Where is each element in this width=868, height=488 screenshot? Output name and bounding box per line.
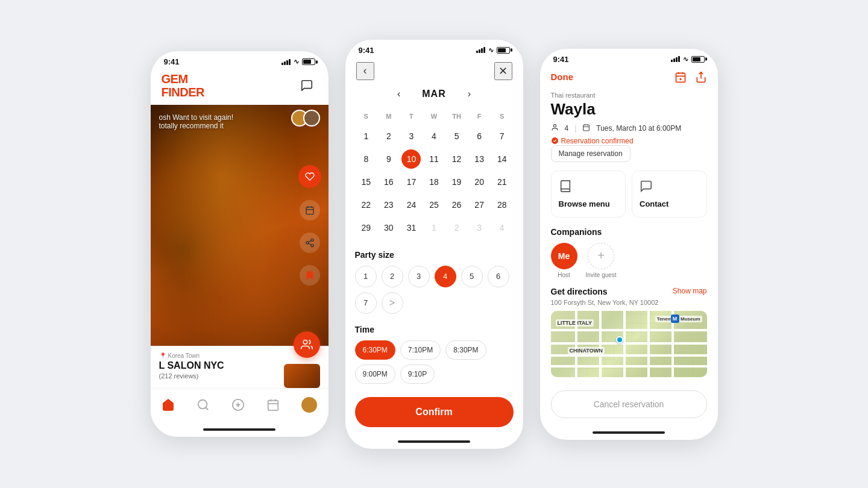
- cal-cell-20[interactable]: 20: [468, 170, 491, 193]
- party-btn-more[interactable]: >: [382, 292, 403, 314]
- cal-cell-10-today[interactable]: 10: [400, 148, 423, 170]
- cal-cell-next-2[interactable]: 2: [445, 216, 468, 239]
- party-btn-2[interactable]: 2: [382, 266, 403, 287]
- signal-icon-2: [476, 47, 485, 53]
- cal-cell-13[interactable]: 13: [468, 148, 491, 170]
- chat-button[interactable]: [296, 75, 318, 96]
- time-btn-630[interactable]: 6:30PM: [355, 340, 395, 360]
- nav-home[interactable]: [156, 396, 181, 414]
- time-btn-710[interactable]: 7:10PM: [400, 340, 441, 360]
- cal-cell-next-4[interactable]: 4: [491, 216, 514, 239]
- like-button[interactable]: [298, 165, 321, 188]
- cal-cell-19[interactable]: 19: [445, 170, 468, 193]
- cal-cell-15[interactable]: 15: [355, 170, 378, 193]
- cal-cell-4[interactable]: 4: [423, 125, 445, 148]
- share-button-3[interactable]: [695, 71, 707, 83]
- wifi-icon-3: ∿: [683, 55, 688, 63]
- time-btn-910[interactable]: 9:10P: [400, 364, 435, 384]
- cancel-reservation-button[interactable]: Cancel reservation: [551, 390, 707, 418]
- phone3-header: Done: [540, 66, 718, 88]
- signal-icon-3: [671, 56, 680, 62]
- cal-cell-9[interactable]: 9: [377, 148, 400, 170]
- contact-card[interactable]: Contact: [632, 170, 707, 217]
- cal-cell-5[interactable]: 5: [445, 125, 468, 148]
- cal-cell-25[interactable]: 25: [423, 193, 445, 216]
- cal-cell-6[interactable]: 6: [468, 125, 491, 148]
- browse-menu-card[interactable]: Browse menu: [551, 170, 626, 217]
- cal-cell-18[interactable]: 18: [423, 170, 445, 193]
- back-button[interactable]: ‹: [356, 62, 374, 80]
- group-fab-button[interactable]: [294, 331, 320, 358]
- add-calendar-button[interactable]: [675, 71, 687, 83]
- cal-cell-next-3[interactable]: 3: [468, 216, 491, 239]
- cal-cell-14[interactable]: 14: [491, 148, 514, 170]
- cal-cell-22[interactable]: 22: [355, 193, 378, 216]
- svg-rect-19: [676, 73, 685, 82]
- map-preview[interactable]: LITTLE ITALY CHINATOWN Tenement Museum M: [551, 311, 707, 377]
- me-avatar: Me: [551, 243, 577, 269]
- confirm-button[interactable]: Confirm: [355, 397, 514, 427]
- nav-add[interactable]: [225, 396, 251, 414]
- cal-cell-30[interactable]: 30: [377, 216, 400, 239]
- cal-cell-26[interactable]: 26: [445, 193, 468, 216]
- directions-section: Get directions Show map 100 Forsyth St, …: [551, 287, 707, 377]
- confirmed-text: Reservation confirmed: [561, 137, 634, 145]
- location-label: 📍 Korea Town: [159, 352, 320, 359]
- nav-calendar[interactable]: [260, 396, 286, 414]
- cal-cell-3[interactable]: 3: [400, 125, 423, 148]
- cal-cell-8[interactable]: 8: [355, 148, 378, 170]
- companion-invite[interactable]: + Invite guest: [586, 243, 617, 278]
- party-btn-4[interactable]: 4: [435, 266, 456, 287]
- profile-avatar: [301, 397, 317, 413]
- cal-cell-27[interactable]: 27: [468, 193, 491, 216]
- cal-cell-17[interactable]: 17: [400, 170, 423, 193]
- party-btn-5[interactable]: 5: [461, 266, 483, 287]
- party-btn-1[interactable]: 1: [355, 266, 377, 287]
- companions-title: Companions: [551, 227, 707, 237]
- prev-month-button[interactable]: ‹: [392, 86, 405, 102]
- show-map-button[interactable]: Show map: [673, 287, 707, 295]
- day-header-sat: S: [491, 110, 514, 125]
- share-button[interactable]: [300, 233, 320, 253]
- cal-cell-2[interactable]: 2: [377, 125, 400, 148]
- cal-cell-29[interactable]: 29: [355, 216, 378, 239]
- reservation-date: Tues, March 10 at 6:00PM: [596, 124, 681, 133]
- nav-profile[interactable]: [295, 395, 323, 415]
- cal-cell-1[interactable]: 1: [355, 125, 378, 148]
- wifi-icon-2: ∿: [488, 46, 494, 54]
- time-display-2: 9:41: [359, 46, 374, 55]
- cal-cell-12[interactable]: 12: [445, 148, 468, 170]
- cal-cell-16[interactable]: 16: [377, 170, 400, 193]
- manage-reservation-button[interactable]: Manage reservation: [551, 145, 631, 162]
- bookmark-button[interactable]: [300, 265, 320, 286]
- cal-cell-next-1[interactable]: 1: [423, 216, 445, 239]
- home-indicator-2: [398, 440, 470, 443]
- status-bar-3: 9:41 ∿: [540, 49, 718, 66]
- close-button[interactable]: ✕: [494, 62, 512, 80]
- invite-plus-button[interactable]: +: [588, 243, 614, 269]
- contact-label: Contact: [640, 199, 699, 208]
- cal-cell-7[interactable]: 7: [491, 125, 514, 148]
- nav-search[interactable]: [190, 396, 216, 414]
- calendar-action-button[interactable]: [300, 200, 320, 221]
- feed-overlay: osh Want to visit again! totally recomme…: [159, 113, 234, 130]
- time-display-1: 9:41: [164, 57, 180, 66]
- cal-cell-31[interactable]: 31: [400, 216, 423, 239]
- party-btn-6[interactable]: 6: [488, 266, 509, 287]
- companions-row: Me Host + Invite guest: [551, 243, 707, 278]
- time-btn-900[interactable]: 9:00PM: [355, 364, 395, 384]
- feed-actions: [298, 165, 321, 286]
- cal-cell-11[interactable]: 11: [423, 148, 445, 170]
- time-btn-830[interactable]: 8:30PM: [445, 340, 486, 360]
- party-btn-3[interactable]: 3: [408, 266, 430, 287]
- directions-address: 100 Forsyth St, New York, NY 10002: [551, 299, 707, 306]
- done-button[interactable]: Done: [551, 72, 574, 82]
- cal-cell-23[interactable]: 23: [377, 193, 400, 216]
- cal-cell-21[interactable]: 21: [491, 170, 514, 193]
- cal-cell-24[interactable]: 24: [400, 193, 423, 216]
- cal-cell-28[interactable]: 28: [491, 193, 514, 216]
- road-h3: [551, 354, 707, 357]
- party-btn-7[interactable]: 7: [355, 292, 377, 314]
- next-month-button[interactable]: ›: [463, 86, 476, 102]
- calendar-grid: S M T W TH F S 1 2 3 4 5 6 7 8 9 10 11: [355, 110, 514, 239]
